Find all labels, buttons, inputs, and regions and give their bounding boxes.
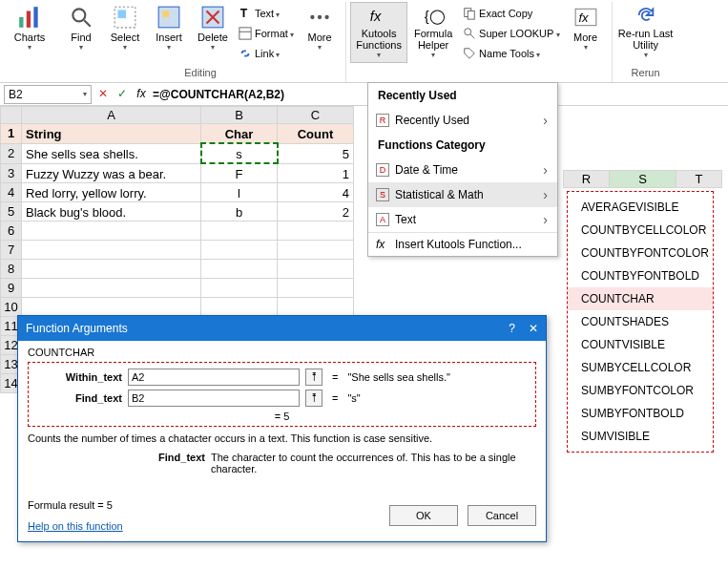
row-header[interactable]: 4 (1, 183, 22, 202)
cell[interactable] (201, 260, 277, 278)
cell[interactable] (22, 221, 200, 240)
function-item[interactable]: SUMBYFONTCOLOR (568, 379, 713, 402)
menu-item-stat-math[interactable]: SStatistical & Math (368, 182, 557, 207)
text-button[interactable]: TText (235, 4, 298, 23)
cancel-fx-icon[interactable]: ✕ (95, 87, 111, 102)
col-header-r[interactable]: R (564, 171, 610, 188)
row-header[interactable]: 8 (1, 260, 22, 279)
select-all[interactable] (1, 107, 22, 124)
cell[interactable] (22, 279, 200, 297)
cell[interactable] (278, 298, 353, 316)
row-header[interactable]: 1 (1, 124, 22, 144)
formula-input[interactable] (153, 85, 313, 104)
find-button[interactable]: Find (59, 2, 103, 63)
arg2-input[interactable] (128, 390, 300, 407)
cell[interactable]: Count (278, 124, 353, 142)
row-header[interactable]: 5 (1, 202, 22, 221)
more2-button[interactable]: fx More (564, 2, 608, 63)
rerun-button[interactable]: Re-run Last Utility (616, 2, 676, 63)
formula-helper-button[interactable]: {◯} Formula Helper (407, 2, 459, 63)
cell[interactable] (201, 298, 277, 316)
cell[interactable] (278, 279, 353, 297)
ok-button[interactable]: OK (389, 505, 458, 526)
kutools-functions-button[interactable]: fx Kutools Functions (350, 2, 407, 63)
function-item[interactable]: COUNTCHAR (568, 287, 713, 310)
cell[interactable]: 1 (278, 164, 353, 182)
row-header[interactable]: 10 (1, 298, 22, 317)
super-lookup-button[interactable]: Super LOOKUP (459, 24, 564, 43)
more-button[interactable]: More (298, 2, 342, 63)
cell[interactable]: Red lorry, yellow lorry. (22, 183, 200, 201)
function-item[interactable]: COUNTSHADES (568, 310, 713, 333)
cell[interactable]: She sells sea shells. (22, 144, 200, 162)
help-icon[interactable]: ? (509, 322, 515, 335)
charts-button[interactable]: Charts (8, 2, 52, 63)
fx-icon-bar[interactable]: fx (134, 87, 149, 102)
cell[interactable]: 2 (278, 202, 353, 221)
cell[interactable]: l (201, 183, 277, 201)
cell[interactable]: F (201, 164, 277, 182)
svg-rect-13 (239, 28, 251, 39)
cell[interactable] (278, 260, 353, 278)
cell[interactable] (22, 241, 200, 259)
cell[interactable]: Fuzzy Wuzzy was a bear. (22, 164, 200, 182)
exact-copy-button[interactable]: Exact Copy (459, 4, 564, 23)
row-header[interactable]: 7 (1, 241, 22, 260)
format-button[interactable]: Format (235, 24, 298, 43)
function-item[interactable]: SUMBYCELLCOLOR (568, 356, 713, 379)
cancel-button[interactable]: Cancel (468, 505, 536, 526)
text-icon: T (239, 7, 252, 20)
dialog-description: Counts the number of times a chatacter o… (28, 432, 536, 444)
menu-item-insert-function[interactable]: fxInsert Kutools Function... (368, 232, 557, 256)
function-item[interactable]: COUNTBYFONTBOLD (568, 264, 713, 287)
cell[interactable]: 4 (278, 183, 353, 201)
close-icon[interactable]: ✕ (529, 322, 538, 335)
function-item[interactable]: SUMBYFONTBOLD (568, 402, 713, 425)
svg-point-16 (318, 15, 322, 19)
row-header[interactable]: 2 (1, 143, 22, 163)
row-header[interactable]: 3 (1, 163, 22, 183)
cell[interactable]: String (22, 124, 200, 142)
row-header[interactable]: 9 (1, 279, 22, 298)
cell[interactable]: Char (201, 124, 277, 142)
col-header-s[interactable]: S (610, 171, 676, 188)
arg1-ref-button[interactable]: ⭱ (305, 369, 322, 386)
col-header-b[interactable]: B (201, 107, 278, 124)
delete-button[interactable]: Delete (191, 2, 235, 63)
link-button[interactable]: Link (235, 44, 298, 63)
col-header-c[interactable]: C (278, 107, 354, 124)
menu-item-recently-used[interactable]: RRecently Used (368, 108, 557, 133)
function-item[interactable]: COUNTBYFONTCOLOR (568, 242, 713, 264)
cell[interactable] (22, 298, 200, 316)
function-item[interactable]: SUMVISIBLE (568, 425, 713, 448)
cell[interactable]: Black bug's blood. (22, 202, 200, 221)
dialog-titlebar[interactable]: Function Arguments ? ✕ (18, 316, 546, 341)
arg1-input[interactable] (128, 369, 300, 386)
function-item[interactable]: COUNTVISIBLE (568, 333, 713, 356)
cell[interactable] (201, 279, 277, 297)
function-item[interactable]: AVERAGEVISIBLE (568, 196, 713, 219)
arg2-ref-button[interactable]: ⭱ (305, 390, 322, 407)
col-header-t[interactable]: T (676, 171, 722, 188)
menu-item-text[interactable]: AText (368, 207, 557, 232)
name-box[interactable]: B2▾ (4, 85, 92, 104)
select-button[interactable]: Select (103, 2, 147, 63)
cell[interactable] (278, 221, 353, 240)
accept-fx-icon[interactable]: ✓ (114, 87, 130, 102)
insert-icon (156, 5, 181, 30)
row-header[interactable]: 6 (1, 221, 22, 241)
menu-item-date-time[interactable]: DDate & Time (368, 158, 557, 182)
cell[interactable] (201, 241, 277, 259)
insert-button[interactable]: Insert (147, 2, 191, 63)
help-link[interactable]: Help on this function (28, 520, 123, 532)
cell[interactable] (201, 221, 277, 240)
cell[interactable]: s (202, 144, 277, 162)
cell[interactable]: 5 (279, 144, 354, 162)
name-tools-button[interactable]: Name Tools (459, 44, 564, 63)
cell[interactable] (22, 260, 200, 278)
cell[interactable] (278, 241, 353, 259)
col-header-a[interactable]: A (22, 107, 201, 124)
cell[interactable]: b (201, 202, 277, 221)
function-item[interactable]: COUNTBYCELLCOLOR (568, 219, 713, 242)
arg1-result: "She sells sea shells." (347, 371, 449, 383)
